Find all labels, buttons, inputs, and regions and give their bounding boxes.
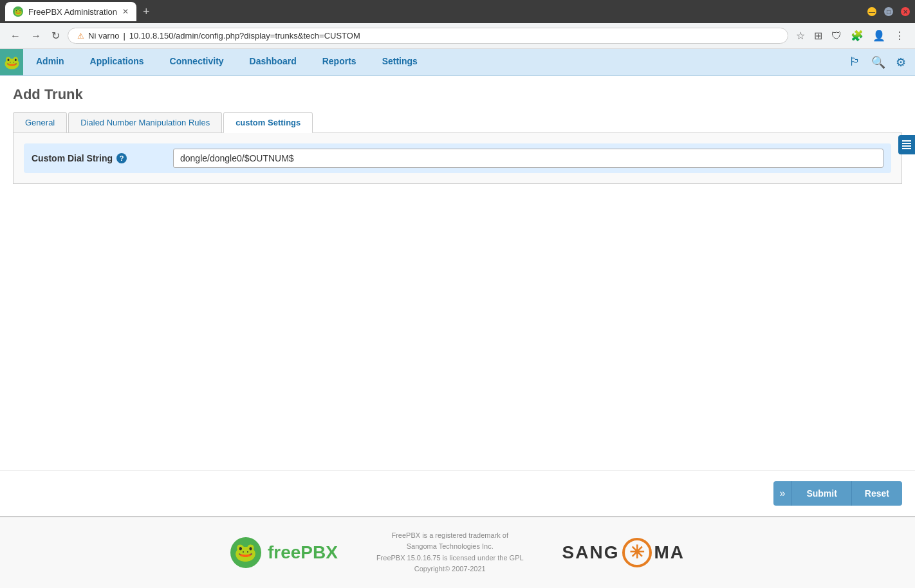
window-maximize[interactable]: □ bbox=[884, 7, 893, 16]
frog-icon: 🐸 bbox=[4, 55, 20, 70]
window-close[interactable]: ✕ bbox=[901, 7, 910, 16]
tab-favicon: 🐸 bbox=[13, 6, 23, 17]
shield-button[interactable]: 🛡 bbox=[829, 28, 844, 44]
nav-item-connectivity[interactable]: Connectivity bbox=[157, 49, 237, 75]
extension-button[interactable]: ⊞ bbox=[811, 27, 825, 44]
footer-actions: » Submit Reset bbox=[0, 470, 915, 516]
address-bar: ← → ↻ ⚠ Ni varno | 10.10.8.150/admin/con… bbox=[0, 23, 915, 49]
bookmark-button[interactable]: ☆ bbox=[793, 27, 808, 44]
submit-button[interactable]: Submit bbox=[791, 481, 851, 506]
side-panel-toggle[interactable] bbox=[898, 135, 915, 154]
freepbx-logo-text: freePBX bbox=[268, 542, 338, 563]
nav-item-applications[interactable]: Applications bbox=[77, 49, 157, 75]
nav-item-reports[interactable]: Reports bbox=[310, 49, 369, 75]
nav-menu: Admin Applications Connectivity Dashboar… bbox=[23, 49, 846, 75]
url-host: 10.10.8.150/admin/config.php?display=tru… bbox=[129, 31, 360, 41]
browser-tab[interactable]: 🐸 FreePBX Administration ✕ bbox=[5, 2, 136, 21]
sangoma-asterisk-icon: ✳ bbox=[622, 538, 652, 567]
nav-gear-icon[interactable]: ⚙ bbox=[892, 51, 910, 73]
frog-logo: 🐸 bbox=[230, 537, 261, 568]
reset-button[interactable]: Reset bbox=[851, 481, 902, 506]
nav-flag-icon[interactable]: 🏳 bbox=[846, 51, 865, 73]
freepbx-brand: 🐸 freePBX bbox=[230, 537, 338, 568]
tab-bar: General Dialed Number Manipulation Rules… bbox=[13, 112, 902, 133]
url-separator: | bbox=[123, 31, 125, 41]
new-tab-button[interactable]: + bbox=[140, 5, 152, 19]
nav-item-admin[interactable]: Admin bbox=[23, 49, 77, 75]
page-footer: 🐸 freePBX FreePBX is a registered tradem… bbox=[0, 516, 915, 588]
close-tab-icon[interactable]: ✕ bbox=[122, 7, 129, 16]
nav-right-actions: 🏳 🔍 ⚙ bbox=[846, 49, 915, 75]
tab-title: FreePBX Administration bbox=[28, 7, 117, 17]
footer-legal: FreePBX is a registered trademark of San… bbox=[376, 530, 524, 575]
forward-button[interactable]: → bbox=[28, 28, 44, 44]
back-button[interactable]: ← bbox=[8, 28, 23, 44]
nav-item-settings[interactable]: Settings bbox=[369, 49, 430, 75]
browser-chrome: 🐸 FreePBX Administration ✕ + — □ ✕ bbox=[0, 0, 915, 23]
security-warning-icon: ⚠ bbox=[77, 32, 84, 41]
sangoma-text2: MA bbox=[654, 542, 685, 563]
main-content: Add Trunk General Dialed Number Manipula… bbox=[0, 76, 915, 470]
custom-dial-string-label: Custom Dial String ? bbox=[32, 153, 173, 163]
sangoma-logo: SANG ✳ MA bbox=[562, 538, 685, 567]
tab-general[interactable]: General bbox=[13, 112, 67, 133]
refresh-button[interactable]: ↻ bbox=[49, 27, 62, 44]
addon-button[interactable]: 🧩 bbox=[848, 27, 866, 44]
sangoma-text: SANG bbox=[562, 542, 620, 563]
collapse-button[interactable]: » bbox=[773, 481, 792, 506]
custom-dial-string-input[interactable] bbox=[173, 149, 883, 168]
nav-search-icon[interactable]: 🔍 bbox=[867, 51, 889, 73]
tab-dialed-number[interactable]: Dialed Number Manipulation Rules bbox=[68, 112, 222, 133]
menu-button[interactable]: ⋮ bbox=[892, 27, 907, 44]
page-title: Add Trunk bbox=[13, 86, 902, 103]
window-controls: — □ ✕ bbox=[867, 7, 910, 16]
freepbx-nav: 🐸 Admin Applications Connectivity Dashbo… bbox=[0, 49, 915, 76]
url-bar[interactable]: ⚠ Ni varno | 10.10.8.150/admin/config.ph… bbox=[68, 28, 788, 44]
window-minimize[interactable]: — bbox=[867, 7, 876, 16]
profile-button[interactable]: 👤 bbox=[870, 27, 888, 44]
browser-toolbar: ☆ ⊞ 🛡 🧩 👤 ⋮ bbox=[793, 27, 907, 44]
form-section: Custom Dial String ? bbox=[13, 133, 902, 184]
tab-custom-settings[interactable]: custom Settings bbox=[223, 112, 313, 133]
security-label: Ni varno bbox=[88, 31, 119, 41]
help-icon[interactable]: ? bbox=[116, 153, 127, 163]
nav-item-dashboard[interactable]: Dashboard bbox=[237, 49, 310, 75]
custom-dial-string-row: Custom Dial String ? bbox=[24, 143, 891, 173]
nav-logo: 🐸 bbox=[0, 49, 23, 75]
